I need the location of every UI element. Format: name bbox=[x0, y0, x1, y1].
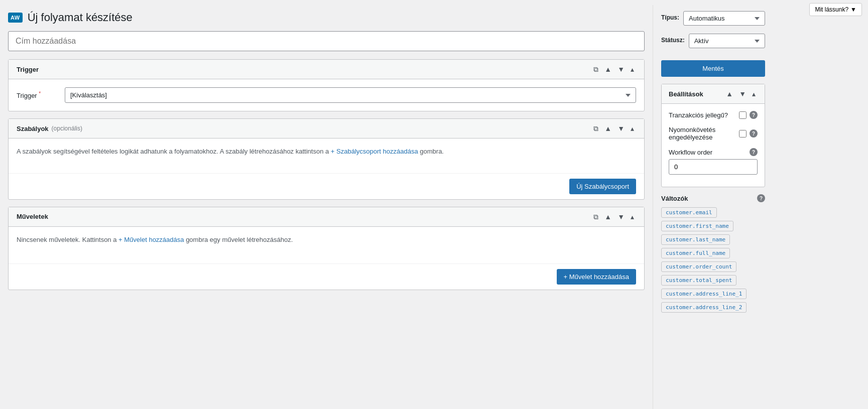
settings-body: Tranzakciós jellegű? ? Nyomonkövetés eng… bbox=[662, 104, 765, 187]
trigger-row: Trigger * [Kiválasztás] bbox=[17, 87, 636, 103]
settings-collapse-btn[interactable]: ▴ bbox=[750, 89, 758, 98]
settings-collapse-down-btn[interactable]: ▼ bbox=[737, 89, 748, 98]
rules-panel-body: A szabályok segítségével feltételes logi… bbox=[9, 139, 644, 173]
sidebar: Típus: AutomatikusManuális Státusz: Aktí… bbox=[653, 5, 773, 409]
variable-tag[interactable]: customer.first_name bbox=[661, 221, 733, 231]
settings-controls: ▲ ▼ ▴ bbox=[724, 89, 758, 98]
status-field-group: Státusz: AktívInaktív bbox=[661, 34, 765, 48]
variables-header: Változók ? bbox=[661, 194, 765, 202]
trigger-panel: Trigger ⧉ ▲ ▼ ▴ Trigger * [Kiválasztás] bbox=[8, 59, 645, 111]
variable-tag[interactable]: customer.last_name bbox=[661, 234, 730, 245]
operations-move-down-btn[interactable]: ▼ bbox=[615, 212, 627, 221]
workflow-order-label-row: Workflow order ? bbox=[669, 148, 758, 156]
trigger-external-link-btn[interactable]: ⧉ bbox=[591, 65, 600, 74]
rules-panel-controls: ⧉ ▲ ▼ ▴ bbox=[591, 124, 636, 133]
operations-panel-header: Műveletek ⧉ ▲ ▼ ▴ bbox=[9, 207, 644, 227]
variables-tags: customer.emailcustomer.first_namecustome… bbox=[661, 207, 765, 313]
workflow-title-input[interactable] bbox=[8, 31, 645, 51]
transactional-label: Tranzakciós jellegű? bbox=[669, 111, 728, 119]
tracking-checkbox[interactable] bbox=[739, 130, 747, 138]
transactional-checkbox[interactable] bbox=[739, 111, 747, 119]
rules-panel-header: Szabályok (opcionális) ⧉ ▲ ▼ ▴ bbox=[9, 119, 644, 139]
trigger-panel-controls: ⧉ ▲ ▼ ▴ bbox=[591, 65, 636, 74]
add-rule-group-button[interactable]: Új Szabálycsoport bbox=[569, 179, 636, 194]
aw-logo: AW bbox=[8, 13, 23, 23]
variable-tag[interactable]: customer.total_spent bbox=[661, 275, 736, 286]
tracking-controls: ? bbox=[739, 129, 758, 138]
trigger-panel-body: Trigger * [Kiválasztás] bbox=[9, 79, 644, 111]
workflow-order-row: Workflow order ? bbox=[669, 148, 758, 175]
page-title-row: AW Új folyamat készítése bbox=[8, 11, 645, 24]
rules-move-down-btn[interactable]: ▼ bbox=[615, 124, 627, 133]
workflow-order-help-icon: ? bbox=[750, 148, 758, 156]
variable-tag[interactable]: customer.full_name bbox=[661, 248, 730, 258]
page-title: Új folyamat készítése bbox=[28, 11, 133, 24]
operations-external-link-btn[interactable]: ⧉ bbox=[591, 212, 600, 221]
rules-collapse-btn[interactable]: ▴ bbox=[629, 124, 636, 133]
save-button[interactable]: Mentés bbox=[661, 60, 765, 77]
trigger-panel-header: Trigger ⧉ ▲ ▼ ▴ bbox=[9, 60, 644, 79]
settings-collapse-up-btn[interactable]: ▲ bbox=[724, 89, 735, 98]
rules-external-link-btn[interactable]: ⧉ bbox=[591, 124, 600, 133]
rules-panel-footer: Új Szabálycsoport bbox=[9, 173, 644, 199]
variables-title: Változók bbox=[661, 195, 688, 202]
operations-move-up-btn[interactable]: ▲ bbox=[602, 212, 613, 221]
chevron-down-icon: ▼ bbox=[850, 6, 856, 13]
variable-tag[interactable]: customer.address_line_2 bbox=[661, 302, 747, 313]
trigger-move-up-btn[interactable]: ▲ bbox=[602, 65, 613, 74]
help-button-label: Mit lássunk? bbox=[815, 6, 848, 13]
tracking-help-icon: ? bbox=[750, 129, 758, 138]
variable-tag[interactable]: customer.email bbox=[661, 207, 717, 218]
transactional-help-icon: ? bbox=[750, 111, 758, 119]
add-operation-button[interactable]: + Művelet hozzáadása bbox=[557, 269, 636, 285]
rules-panel: Szabályok (opcionális) ⧉ ▲ ▼ ▴ A szabály… bbox=[8, 118, 645, 200]
help-button[interactable]: Mit lássunk? ▼ bbox=[809, 3, 862, 16]
workflow-order-label: Workflow order bbox=[669, 149, 712, 156]
operations-collapse-btn[interactable]: ▴ bbox=[629, 212, 636, 221]
type-select[interactable]: AutomatikusManuális bbox=[683, 11, 765, 26]
settings-title: Beállítások bbox=[669, 90, 703, 98]
variables-help-icon: ? bbox=[757, 194, 765, 202]
add-rule-group-link[interactable]: + Szabálycsoport hozzáadása bbox=[331, 148, 418, 155]
variables-section: Változók ? customer.emailcustomer.first_… bbox=[661, 194, 765, 313]
operations-body: Nincsenek műveletek. Kattintson a + Műve… bbox=[9, 227, 644, 263]
operations-panel-footer: + Művelet hozzáadása bbox=[9, 263, 644, 290]
settings-section: Beállítások ▲ ▼ ▴ Tranzakciós jellegű? ? bbox=[661, 84, 765, 187]
type-label: Típus: bbox=[661, 14, 679, 21]
status-select[interactable]: AktívInaktív bbox=[689, 34, 765, 48]
type-field-group: Típus: AutomatikusManuális bbox=[661, 11, 765, 26]
workflow-order-input[interactable] bbox=[669, 159, 758, 175]
trigger-field-label: Trigger * bbox=[17, 91, 57, 99]
status-label: Státusz: bbox=[661, 37, 685, 44]
operations-panel-controls: ⧉ ▲ ▼ ▴ bbox=[591, 212, 636, 221]
operations-empty-text: Nincsenek műveletek. Kattintson a + Műve… bbox=[17, 235, 636, 245]
variable-tag[interactable]: customer.order_count bbox=[661, 261, 736, 272]
trigger-panel-title: Trigger bbox=[17, 66, 39, 73]
trigger-select[interactable]: [Kiválasztás] bbox=[65, 87, 636, 103]
tracking-row: Nyomonkövetés engedélyezése ? bbox=[669, 126, 758, 141]
trigger-move-down-btn[interactable]: ▼ bbox=[615, 65, 627, 74]
tracking-label: Nyomonkövetés engedélyezése bbox=[669, 126, 739, 141]
trigger-collapse-btn[interactable]: ▴ bbox=[629, 65, 636, 74]
operations-panel: Műveletek ⧉ ▲ ▼ ▴ Nincsenek műveletek. K… bbox=[8, 207, 645, 290]
variable-tag[interactable]: customer.address_line_1 bbox=[661, 289, 747, 299]
transactional-controls: ? bbox=[739, 111, 758, 119]
transactional-row: Tranzakciós jellegű? ? bbox=[669, 111, 758, 119]
operations-panel-title: Műveletek bbox=[17, 213, 48, 220]
rules-description: A szabályok segítségével feltételes logi… bbox=[17, 147, 636, 157]
add-operation-link[interactable]: + Művelet hozzáadása bbox=[118, 236, 184, 243]
settings-header: Beállítások ▲ ▼ ▴ bbox=[662, 84, 765, 104]
rules-move-up-btn[interactable]: ▲ bbox=[602, 124, 613, 133]
rules-panel-title: Szabályok (opcionális) bbox=[17, 125, 82, 132]
